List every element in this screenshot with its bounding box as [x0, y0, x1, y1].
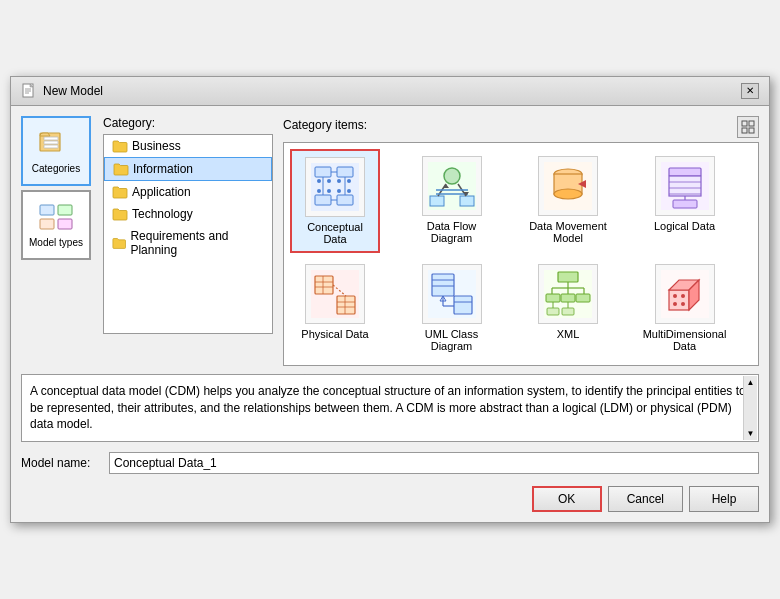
multidimensional-label: MultiDimensional Data: [643, 328, 727, 352]
svg-point-27: [327, 189, 331, 193]
svg-rect-70: [337, 296, 355, 314]
svg-point-23: [327, 179, 331, 183]
title-bar-buttons: ✕: [741, 83, 759, 99]
category-label-application: Application: [132, 185, 191, 199]
model-name-input[interactable]: [109, 452, 759, 474]
svg-point-103: [681, 294, 685, 298]
svg-rect-6: [44, 137, 58, 140]
scroll-up-arrow[interactable]: ▲: [744, 376, 757, 390]
data-movement-icon: [538, 156, 598, 216]
xml-icon: [538, 264, 598, 324]
document-icon: [21, 83, 37, 99]
data-flow-icon: [422, 156, 482, 216]
svg-rect-34: [315, 167, 331, 177]
model-types-label: Model types: [29, 237, 83, 248]
items-grid: Conceptual Data: [283, 142, 759, 366]
folder-icon-requirements: [112, 236, 126, 250]
svg-rect-93: [576, 294, 590, 302]
svg-rect-36: [315, 195, 331, 205]
svg-rect-97: [562, 308, 574, 315]
model-name-row: Model name:: [21, 452, 759, 474]
grid-item-physical-data[interactable]: Physical Data: [290, 257, 380, 359]
svg-rect-9: [40, 205, 54, 215]
category-item-requirements[interactable]: Requirements and Planning: [104, 225, 272, 261]
category-list: Business Information Application: [103, 134, 273, 334]
icon-sidebar: Categories Model types: [21, 116, 91, 366]
svg-rect-8: [44, 145, 58, 148]
data-flow-label: Data Flow Diagram: [412, 220, 492, 244]
close-button[interactable]: ✕: [741, 83, 759, 99]
category-label-technology: Technology: [132, 207, 193, 221]
svg-point-26: [317, 189, 321, 193]
svg-rect-16: [749, 128, 754, 133]
svg-point-43: [444, 168, 460, 184]
uml-class-label: UML Class Diagram: [412, 328, 492, 352]
uml-class-icon: [422, 264, 482, 324]
category-panel-label: Category:: [103, 116, 273, 130]
category-item-information[interactable]: Information: [104, 157, 272, 181]
grid-view-button[interactable]: [737, 116, 759, 138]
grid-view-icon: [741, 120, 755, 134]
physical-data-label: Physical Data: [301, 328, 368, 340]
svg-rect-35: [337, 167, 353, 177]
svg-rect-96: [547, 308, 559, 315]
buttons-row: OK Cancel Help: [21, 486, 759, 512]
grid-item-data-flow-diagram[interactable]: Data Flow Diagram: [407, 149, 497, 253]
grid-item-multidimensional[interactable]: MultiDimensional Data: [640, 257, 730, 359]
grid-item-uml-class[interactable]: UML Class Diagram: [407, 257, 497, 359]
title-bar-left: New Model: [21, 83, 103, 99]
category-label-requirements: Requirements and Planning: [130, 229, 264, 257]
multidimensional-icon: [655, 264, 715, 324]
dialog-body: Categories Model types Category:: [11, 106, 769, 522]
scroll-down-arrow[interactable]: ▼: [744, 426, 757, 440]
description-area: A conceptual data model (CDM) helps you …: [21, 374, 759, 442]
svg-rect-99: [669, 290, 689, 310]
svg-point-102: [673, 294, 677, 298]
svg-rect-79: [454, 296, 472, 314]
title-bar: New Model ✕: [11, 77, 769, 106]
main-area: Categories Model types Category:: [21, 116, 759, 366]
ok-button[interactable]: OK: [532, 486, 602, 512]
category-label-business: Business: [132, 139, 181, 153]
svg-rect-66: [315, 276, 333, 294]
svg-rect-91: [546, 294, 560, 302]
svg-rect-45: [460, 196, 474, 206]
svg-rect-59: [669, 176, 701, 196]
svg-point-55: [554, 189, 582, 199]
dialog-title: New Model: [43, 84, 103, 98]
folder-icon-application: [112, 185, 128, 199]
svg-rect-37: [337, 195, 353, 205]
category-item-application[interactable]: Application: [104, 181, 272, 203]
logical-data-icon: [655, 156, 715, 216]
conceptual-data-label: Conceptual Data: [296, 221, 374, 245]
help-button[interactable]: Help: [689, 486, 759, 512]
cancel-button[interactable]: Cancel: [608, 486, 683, 512]
category-item-business[interactable]: Business: [104, 135, 272, 157]
folder-icon-information: [113, 162, 129, 176]
svg-point-29: [347, 189, 351, 193]
svg-point-25: [347, 179, 351, 183]
conceptual-data-icon: [305, 157, 365, 217]
category-item-technology[interactable]: Technology: [104, 203, 272, 225]
items-panel-label: Category items:: [283, 118, 367, 132]
grid-item-xml[interactable]: XML: [523, 257, 613, 359]
svg-rect-10: [58, 205, 72, 215]
data-movement-label: Data Movement Model: [528, 220, 608, 244]
model-name-label: Model name:: [21, 456, 101, 470]
grid-item-logical-data[interactable]: Logical Data: [640, 149, 730, 253]
svg-point-104: [673, 302, 677, 306]
category-panel: Category: Business Information: [103, 116, 273, 366]
svg-point-24: [337, 179, 341, 183]
grid-item-conceptual-data[interactable]: Conceptual Data: [290, 149, 380, 253]
sidebar-categories-btn[interactable]: Categories: [21, 116, 91, 186]
folder-icon-technology: [112, 207, 128, 221]
svg-rect-13: [742, 121, 747, 126]
grid-item-data-movement[interactable]: Data Movement Model: [523, 149, 613, 253]
category-label-information: Information: [133, 162, 193, 176]
model-types-icon: [38, 201, 74, 233]
svg-rect-7: [44, 141, 58, 144]
description-scrollbar[interactable]: ▲ ▼: [743, 376, 757, 440]
items-panel: Category items:: [283, 116, 759, 366]
sidebar-modeltypes-btn[interactable]: Model types: [21, 190, 91, 260]
description-text: A conceptual data model (CDM) helps you …: [30, 384, 746, 432]
